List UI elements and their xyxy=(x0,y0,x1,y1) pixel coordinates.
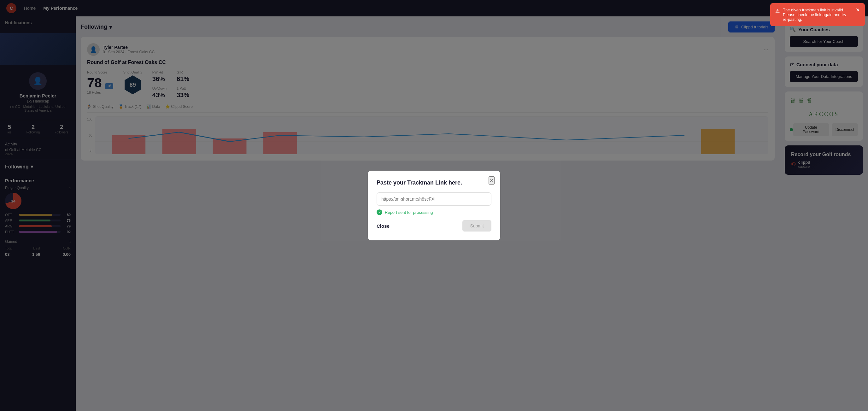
trackman-modal: Paste your Trackman Link here. ✕ ✓ Repor… xyxy=(368,171,500,240)
modal-overlay: Paste your Trackman Link here. ✕ ✓ Repor… xyxy=(0,0,868,411)
toast-message: The given trackman link is invalid. Plea… xyxy=(783,7,850,22)
warning-icon: ⚠ xyxy=(775,8,780,14)
modal-submit-button[interactable]: Submit xyxy=(462,220,491,231)
modal-title: Paste your Trackman Link here. xyxy=(377,180,491,186)
toast-close-icon[interactable]: ✕ xyxy=(856,7,860,12)
modal-close-button[interactable]: Close xyxy=(377,223,390,229)
success-checkmark-icon: ✓ xyxy=(377,210,382,215)
success-text: Report sent for processing xyxy=(385,210,433,215)
modal-success-message: ✓ Report sent for processing xyxy=(377,210,491,215)
trackman-link-input[interactable] xyxy=(377,192,491,205)
modal-footer: Close Submit xyxy=(377,220,491,231)
modal-close-x-button[interactable]: ✕ xyxy=(489,176,495,185)
error-toast: ⚠ The given trackman link is invalid. Pl… xyxy=(770,3,865,26)
